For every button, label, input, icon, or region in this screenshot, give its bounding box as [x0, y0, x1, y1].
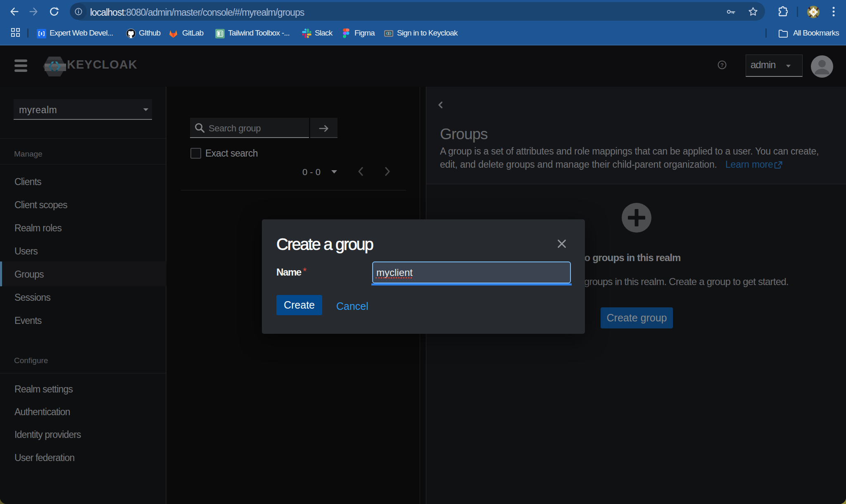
svg-text:?: ? — [720, 62, 724, 68]
